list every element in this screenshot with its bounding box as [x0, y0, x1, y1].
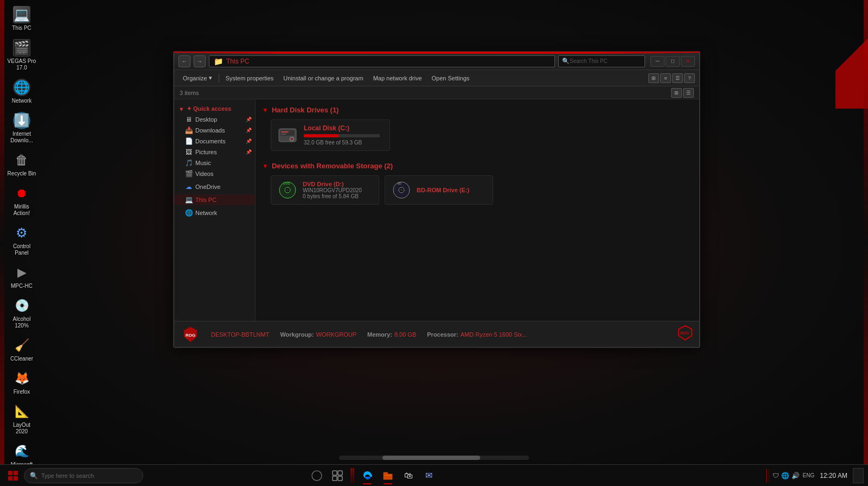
drive-c-info: Local Disk (C:) 32.0 GB free of 59.3 GB [304, 124, 384, 146]
status-bar: ROG DESKTOP-BBTLNMT Workgroup: WORKGROUP… [174, 321, 699, 347]
view-large-icons[interactable]: ⊞ [648, 73, 659, 83]
close-button[interactable]: ✕ [681, 56, 695, 67]
svg-rect-23 [333, 471, 337, 475]
search-bar[interactable]: 🔍 Search This PC [558, 55, 645, 67]
desktop-icon-firefox[interactable]: 🦊 Firefox [3, 367, 41, 399]
address-bar[interactable]: 📁 This PC [209, 55, 555, 67]
dvd-label: WIN10ROGV7UPD2020 [303, 187, 362, 193]
taskbar-file-explorer[interactable] [378, 466, 398, 485]
workgroup-label: Workgroup: [280, 331, 314, 338]
sidebar-item-documents[interactable]: 📄 Documents 📌 [174, 136, 255, 147]
tiles-view-btn[interactable]: ⊞ [671, 88, 682, 98]
desktop-icon-vegas[interactable]: 🎬 VEGAS Pro17.0 [3, 36, 41, 74]
hdd-section-header[interactable]: ▼ Hard Disk Drives (1) [262, 106, 693, 114]
system-tray[interactable]: 🛡 🌐 🔊 [773, 472, 800, 479]
minimize-button[interactable]: ─ [650, 56, 665, 67]
drive-item-d[interactable]: DVD DVD Drive (D:) WIN10ROGV7UPD2020 0 b… [271, 175, 379, 205]
language-indicator[interactable]: ENG [803, 472, 815, 478]
desktop-icon-network[interactable]: 🌐 Network [3, 75, 41, 108]
shield-icon: 🛡 [773, 472, 779, 479]
desktop-sidebar-label: Desktop [195, 116, 217, 123]
sidebar-item-thispc[interactable]: 💻 This PC [174, 194, 255, 205]
pictures-sidebar-label: Pictures [195, 149, 217, 155]
system-properties-button[interactable]: System properties [221, 72, 278, 84]
taskbar-right-bars [766, 469, 769, 482]
pin-icon-dl: 📌 [246, 128, 252, 133]
taskbar-store[interactable]: 🛍 [399, 466, 418, 485]
rog-logo-left: ROG [181, 325, 200, 344]
layout-icon: 📐 [13, 403, 30, 420]
sidebar-item-desktop[interactable]: 🖥 Desktop 📌 [174, 114, 255, 125]
taskbar-search[interactable]: 🔍 Type here to search [24, 468, 143, 483]
sidebar-item-onedrive[interactable]: ☁ OneDrive [174, 181, 255, 192]
vegas-icon: 🎬 [13, 39, 30, 56]
system-properties-label: System properties [226, 75, 274, 81]
desktop-icons: 💻 This PC 🎬 VEGAS Pro17.0 🌐 Network ⬇️ I… [3, 3, 41, 486]
desktop-icon-ccleaner[interactable]: 🧹 CCleaner [3, 333, 41, 365]
sidebar-item-network[interactable]: 🌐 Network [174, 207, 255, 218]
map-network-button[interactable]: Map network drive [369, 72, 426, 84]
svg-point-12 [400, 189, 403, 191]
start-button[interactable] [2, 466, 24, 485]
onedrive-section: ☁ OneDrive [174, 181, 255, 192]
view-toggle: ⊞ ☰ [671, 88, 694, 98]
desktop-icon-alcohol[interactable]: 💿 Alcohol120% [3, 294, 41, 332]
window-accent-top [174, 53, 699, 54]
uninstall-button[interactable]: Uninstall or change a program [279, 72, 367, 84]
organize-button[interactable]: Organize ▾ [178, 72, 216, 84]
help-button[interactable]: ? [684, 73, 695, 83]
red-frame-right [864, 0, 868, 486]
back-button[interactable]: ← [178, 55, 190, 67]
processor-item: Processor: AMD Ryzen 5 1600 Six... [427, 331, 527, 338]
notification-area[interactable] [853, 468, 864, 483]
pin-icon-doc: 📌 [246, 138, 252, 144]
svg-point-3 [291, 138, 293, 140]
desktop-icon-idm[interactable]: ⬇️ InternetDownlo... [3, 109, 41, 147]
desktop: 💻 This PC 🎬 VEGAS Pro17.0 🌐 Network ⬇️ I… [0, 0, 868, 486]
drive-item-c[interactable]: Local Disk (C:) 32.0 GB free of 59.3 GB [271, 119, 390, 151]
sidebar-item-pictures[interactable]: 🖼 Pictures 📌 [174, 147, 255, 157]
quick-access-header[interactable]: ▼ ✦ Quick access [174, 104, 255, 114]
onedrive-label: OneDrive [195, 184, 220, 190]
network-sidebar-icon: 🌐 [185, 209, 193, 217]
desktop-icon-recycle[interactable]: 🗑 Recycle Bin [3, 148, 41, 180]
desktop-icon-mirillis[interactable]: ⏺ MirillisAction! [3, 181, 41, 220]
scroll-thumb [382, 456, 480, 460]
back-arrow-icon: ← [182, 58, 188, 65]
forward-arrow-icon: → [197, 58, 203, 65]
computer-name-item: DESKTOP-BBTLNMT [211, 331, 269, 338]
chevron-down-icon: ▼ [178, 106, 184, 112]
firefox-icon: 🦊 [13, 370, 30, 387]
desktop-icon-mpchc[interactable]: ▶ MPC-HC [3, 261, 41, 293]
sidebar-item-downloads[interactable]: 📥 Downloads 📌 [174, 125, 255, 136]
vegas-label: VEGAS Pro17.0 [8, 58, 36, 71]
svg-rect-25 [333, 476, 337, 481]
drive-item-e[interactable]: BD BD-ROM Drive (E:) [385, 175, 493, 205]
forward-button[interactable]: → [194, 55, 206, 67]
taskbar-mail[interactable]: ✉ [419, 466, 439, 485]
maximize-button[interactable]: □ [666, 56, 680, 67]
list-view-btn[interactable]: ☰ [683, 88, 694, 98]
quick-access-section: ▼ ✦ Quick access 🖥 Desktop 📌 📥 Downloads… [174, 104, 255, 179]
dvd-name: DVD Drive (D:) [303, 181, 362, 187]
desktop-icon-controlpanel[interactable]: ⚙ ControlPanel [3, 221, 41, 260]
desktop-icon-layout[interactable]: 📐 LayOut2020 [3, 400, 41, 438]
open-settings-button[interactable]: Open Settings [427, 72, 474, 84]
desktop-folder-icon: 🖥 [185, 116, 193, 123]
taskbar: 🔍 Type here to search [0, 464, 868, 486]
layout-label: LayOut2020 [13, 422, 30, 435]
svg-rect-20 [8, 476, 12, 481]
search-placeholder-text: Type here to search [41, 472, 94, 479]
taskbar-clock[interactable]: 12:20 AM [818, 472, 850, 479]
taskbar-edge[interactable] [358, 466, 377, 485]
taskbar-cortana[interactable] [307, 466, 327, 485]
taskbar-task-view[interactable] [328, 466, 347, 485]
drive-c-bar-container [304, 134, 380, 137]
view-list[interactable]: ≡ [660, 73, 671, 83]
desktop-icon-thispc[interactable]: 💻 This PC [3, 3, 41, 35]
view-details[interactable]: ☰ [672, 73, 683, 83]
sidebar-item-music[interactable]: 🎵 Music [174, 157, 255, 168]
removable-section-header[interactable]: ▼ Devices with Removable Storage (2) [262, 162, 693, 170]
sidebar-item-videos[interactable]: 🎬 Videos [174, 168, 255, 179]
mirillis-icon: ⏺ [13, 185, 30, 202]
